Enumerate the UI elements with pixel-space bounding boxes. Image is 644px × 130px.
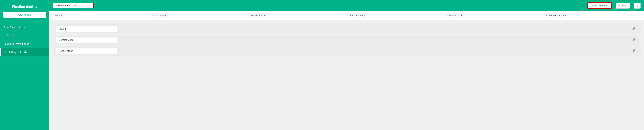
cancel-button[interactable]: Cancel [616,2,630,9]
content-area [49,20,644,130]
sidebar-nav: Real Estate LeadsIndiaMartTour and Trave… [0,23,49,130]
save-changes-button[interactable]: Save Changes [587,2,612,9]
stage-header-cell: Proposal Made [445,11,543,20]
sidebar-item-tour-travel[interactable]: Tour and Travel Leads [0,40,49,48]
sidebar-item-indiamart[interactable]: IndiaMart [0,31,49,40]
sidebar-item-south-region[interactable]: South Region Leads [0,48,49,56]
more-options-button[interactable]: ⋮ [634,2,640,9]
add-pipeline-button[interactable]: Add Pipeline [4,12,46,18]
sidebar-header: Pipeline Setting Add Pipeline [0,0,49,22]
pipeline-name-input[interactable] [53,3,94,8]
stage-header-cell: Need Defined [248,11,346,20]
stage-header-cell: Demo Scheduled [347,11,445,20]
sidebar-title: Pipeline Setting [4,5,46,9]
delete-stage-button-stage-3[interactable] [632,48,637,54]
sidebar: Pipeline Setting Add Pipeline Real Estat… [0,0,49,130]
stage-row [53,35,640,45]
stage-row [53,24,640,34]
stage-header-cell: Negotiations Started [543,11,640,20]
stage-header-row: Lead InContact MadeNeed DefinedDemo Sche… [49,11,644,20]
delete-stage-button-stage-1[interactable] [632,26,637,32]
stage-header-cell: Lead In [53,11,151,20]
top-bar: Save Changes Cancel ⋮ [49,0,644,11]
stage-input-stage-1[interactable] [56,26,117,32]
sidebar-item-real-estate[interactable]: Real Estate Leads [0,23,49,31]
stage-row [53,46,640,56]
stage-header-cell: Contact Made [151,11,248,20]
delete-stage-button-stage-2[interactable] [632,38,637,43]
main-content: Save Changes Cancel ⋮ Lead InContact Mad… [49,0,644,130]
stage-input-stage-2[interactable] [56,37,117,43]
stage-input-stage-3[interactable] [56,48,117,54]
